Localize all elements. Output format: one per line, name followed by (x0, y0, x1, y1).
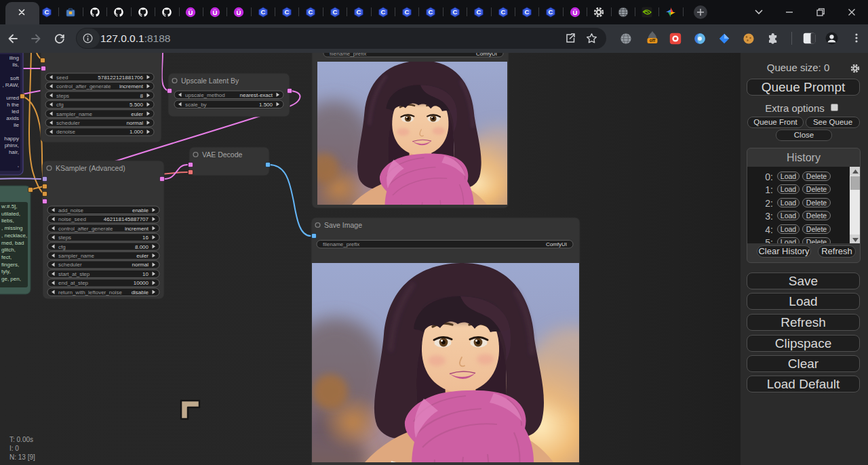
svg-text:euler: euler (131, 111, 143, 117)
svg-text:control_after_generate: control_after_generate (58, 226, 113, 232)
svg-text:C: C (525, 8, 530, 16)
svg-text:462118145887707: 462118145887707 (104, 216, 149, 222)
svg-text:utilated,: utilated, (1, 211, 20, 217)
svg-text:KSampler (Advanced): KSampler (Advanced) (56, 164, 125, 172)
svg-text:Ü: Ü (189, 9, 193, 16)
svg-text:C: C (381, 8, 386, 16)
svg-text:start_at_step: start_at_step (58, 271, 90, 277)
svg-text:C: C (261, 8, 266, 16)
svg-text:C: C (453, 8, 458, 16)
svg-text:soft: soft (10, 75, 20, 81)
svg-text:normal: normal (127, 120, 144, 126)
svg-text:upscale_method: upscale_method (185, 92, 225, 98)
svg-text:phinx,: phinx, (5, 142, 19, 148)
svg-text:ComfyUI: ComfyUI (546, 241, 567, 247)
svg-text:Ü: Ü (573, 9, 578, 16)
svg-text:, RAW,: , RAW, (2, 82, 19, 88)
svg-text:axids: axids (6, 115, 19, 121)
svg-text:denoise: denoise (56, 129, 76, 135)
svg-text:iling: iling (9, 55, 19, 61)
svg-text:happy: happy (4, 136, 19, 142)
svg-text:steps: steps (58, 235, 71, 241)
svg-text:cfg: cfg (58, 244, 66, 250)
svg-text:C: C (333, 8, 338, 16)
svg-text:VAE Decode: VAE Decode (202, 150, 242, 159)
svg-text:filename_prefix: filename_prefix (330, 53, 366, 57)
svg-text:tyly,: tyly, (1, 268, 11, 275)
svg-text:enable: enable (132, 207, 149, 214)
svg-text:hair,: hair, (9, 149, 19, 155)
svg-text:med, bad: med, bad (1, 240, 24, 246)
svg-text:10000: 10000 (134, 280, 149, 286)
svg-text:, necklace,: , necklace, (1, 232, 27, 239)
svg-text:scheduler: scheduler (58, 262, 82, 268)
svg-text:C: C (285, 8, 290, 16)
svg-text:euler: euler (136, 253, 149, 259)
svg-text:1.000: 1.000 (130, 129, 144, 135)
svg-text:disable: disable (132, 289, 149, 296)
svg-text:nearest-exact: nearest-exact (240, 92, 273, 98)
svg-text:ile: ile (14, 122, 20, 128)
svg-text:scheduler: scheduler (56, 120, 80, 126)
svg-text:,: , (18, 162, 19, 168)
svg-text:off: off (650, 38, 656, 43)
svg-text:control_after_generate: control_after_generate (56, 83, 111, 89)
svg-text:C: C (429, 8, 433, 16)
svg-text:sampler_name: sampler_name (58, 253, 94, 259)
svg-text:scale_by: scale_by (185, 102, 207, 108)
svg-text:sampler_name: sampler_name (56, 111, 92, 117)
svg-text:cfg: cfg (56, 102, 64, 108)
svg-text:add_noise: add_noise (58, 207, 83, 214)
svg-text:16: 16 (142, 235, 149, 241)
svg-text:C: C (405, 8, 410, 16)
svg-text:fingers,: fingers, (1, 262, 19, 268)
svg-text:fect,: fect, (1, 254, 12, 260)
svg-text:, missing: , missing (1, 225, 23, 231)
svg-text:normal: normal (132, 262, 149, 268)
svg-text:C: C (477, 8, 481, 16)
svg-text:C: C (357, 8, 361, 16)
svg-text:led: led (12, 108, 19, 115)
svg-text:glitch,: glitch, (1, 247, 16, 253)
svg-text:filename_prefix: filename_prefix (323, 241, 359, 247)
svg-text:C: C (501, 8, 506, 16)
svg-text:N: 13 [9]: N: 13 [9] (9, 453, 35, 461)
svg-text:I: 0: I: 0 (9, 445, 19, 452)
svg-text:w:#.5],: w:#.5], (1, 203, 18, 209)
svg-text:C: C (45, 8, 50, 16)
svg-text:10: 10 (142, 271, 149, 277)
svg-text:C: C (549, 8, 553, 16)
svg-text:noise_seed: noise_seed (58, 216, 86, 222)
svg-text:end_at_step: end_at_step (58, 280, 89, 286)
svg-text:Ü: Ü (237, 9, 241, 16)
svg-text:Upscale Latent By: Upscale Latent By (181, 77, 239, 85)
svg-text:h the: h the (7, 102, 19, 108)
svg-text:Save Image: Save Image (324, 221, 362, 229)
svg-text:5.500: 5.500 (130, 102, 144, 108)
svg-text:return_with_leftover_noise: return_with_leftover_noise (58, 289, 122, 296)
svg-text:578122121881706: 578122121881706 (98, 75, 143, 81)
svg-text:steps: steps (56, 93, 69, 99)
svg-text:ComfyUI: ComfyUI (476, 53, 497, 57)
svg-text:increment: increment (125, 226, 149, 232)
svg-text:ge, pen,: ge, pen, (1, 276, 21, 282)
svg-text:8.000: 8.000 (135, 244, 149, 250)
svg-text:ils,: ils, (12, 62, 19, 68)
svg-text:Ü: Ü (213, 9, 218, 16)
svg-text:increment: increment (119, 83, 144, 89)
svg-text:liebs,: liebs, (1, 218, 14, 224)
svg-text:urred: urred (6, 95, 19, 101)
svg-text:8: 8 (140, 93, 144, 99)
svg-text:seed: seed (56, 75, 68, 81)
svg-text:T: 0.00s: T: 0.00s (9, 436, 33, 443)
svg-text:1.500: 1.500 (259, 102, 273, 108)
svg-text:C: C (309, 8, 313, 16)
